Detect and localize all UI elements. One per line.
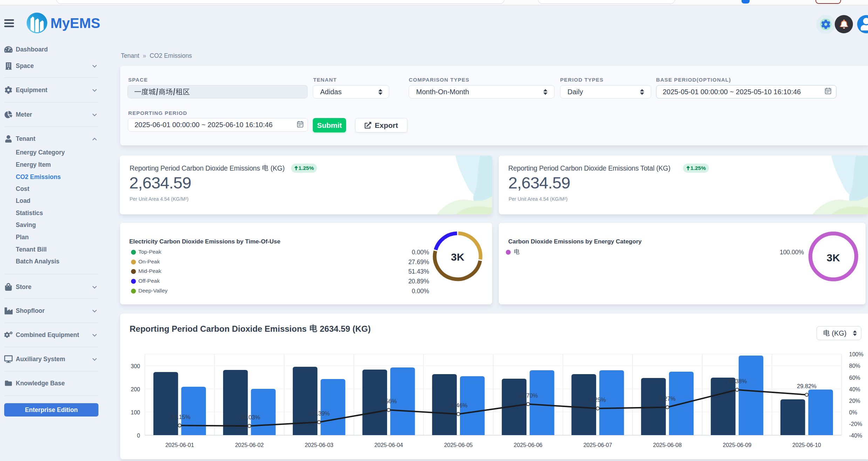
svg-text:60%: 60% (849, 375, 860, 381)
svg-text:2025-06-06: 2025-06-06 (514, 442, 543, 448)
svg-text:3K: 3K (827, 252, 840, 263)
svg-text:13.70%: 13.70% (518, 392, 538, 399)
svg-text:-24.03%: -24.03% (239, 414, 260, 420)
svg-text:2025-06-10: 2025-06-10 (792, 442, 821, 448)
svg-text:80%: 80% (849, 363, 860, 369)
svg-text:2025-06-04: 2025-06-04 (374, 442, 403, 448)
svg-text:100: 100 (131, 410, 140, 415)
svg-text:-20%: -20% (849, 421, 862, 427)
svg-text:-17.39%: -17.39% (308, 410, 330, 417)
svg-text:2025-06-05: 2025-06-05 (444, 442, 473, 448)
svg-text:0: 0 (137, 433, 140, 439)
svg-text:200: 200 (131, 386, 140, 392)
svg-text:29.82%: 29.82% (797, 383, 817, 389)
svg-text:100%: 100% (849, 351, 863, 357)
svg-text:-3.46%: -3.46% (449, 402, 468, 408)
svg-text:2025-06-02: 2025-06-02 (235, 442, 264, 448)
svg-text:8.27%: 8.27% (659, 395, 676, 402)
svg-text:2025-06-09: 2025-06-09 (723, 442, 751, 448)
svg-text:2025-06-07: 2025-06-07 (583, 442, 612, 448)
svg-text:2025-06-08: 2025-06-08 (653, 442, 682, 448)
svg-text:3.56%: 3.56% (380, 398, 397, 404)
svg-text:38.38%: 38.38% (727, 378, 747, 384)
svg-text:300: 300 (131, 363, 140, 369)
svg-text:20%: 20% (849, 398, 860, 404)
svg-text:0%: 0% (849, 410, 857, 415)
svg-text:-40%: -40% (849, 433, 862, 439)
svg-text:2025-06-01: 2025-06-01 (165, 442, 194, 448)
svg-text:40%: 40% (849, 386, 860, 392)
svg-text:-23.15%: -23.15% (169, 414, 191, 420)
svg-text:2025-06-03: 2025-06-03 (305, 442, 333, 448)
svg-text:3K: 3K (451, 251, 464, 263)
svg-text:6.25%: 6.25% (590, 397, 606, 403)
